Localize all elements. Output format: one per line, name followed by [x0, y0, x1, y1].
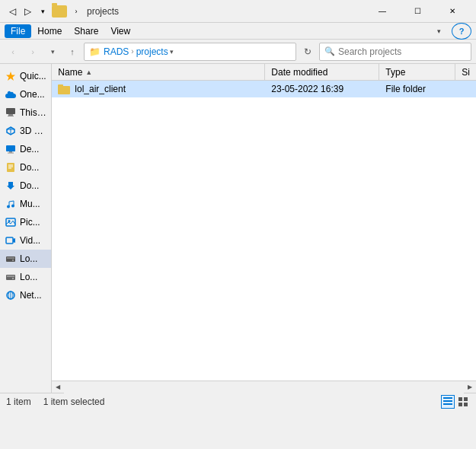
svg-rect-34	[464, 403, 468, 406]
downloads-icon	[5, 180, 17, 192]
svg-point-24	[12, 278, 14, 279]
cloud-icon	[5, 88, 17, 100]
scroll-right-button[interactable]: ▶	[464, 381, 476, 393]
maximize-button[interactable]: ☐	[400, 0, 435, 23]
horizontal-scrollbar[interactable]: ◀ ▶	[52, 381, 476, 393]
sidebar-item-pictures[interactable]: Pic...	[0, 213, 51, 231]
sidebar-item-music[interactable]: Mu...	[0, 195, 51, 213]
file-area: Name ▲ Date modified Type Si	[52, 64, 476, 393]
sidebar-item-quick[interactable]: Quic...	[0, 67, 51, 85]
col-name[interactable]: Name ▲	[52, 64, 265, 80]
star-icon	[5, 70, 17, 82]
sidebar-label-pictures: Pic...	[20, 217, 40, 228]
sidebar-label-local-c: Lo...	[20, 253, 37, 264]
sidebar-item-network[interactable]: Net...	[0, 286, 51, 304]
help-button[interactable]: ?	[452, 23, 471, 40]
sidebar-item-3d[interactable]: 3D O...	[0, 122, 51, 140]
sidebar-item-videos[interactable]: Vid...	[0, 231, 51, 250]
3d-icon	[5, 125, 17, 137]
file-date: 23-05-2022 16:39	[271, 84, 343, 94]
svg-rect-2	[8, 114, 13, 116]
svg-rect-6	[6, 145, 15, 151]
svg-rect-8	[8, 153, 14, 154]
file-type-cell: File folder	[379, 84, 455, 94]
videos-icon	[5, 234, 17, 247]
sidebar-label-network: Net...	[20, 290, 42, 301]
file-date-cell: 23-05-2022 16:39	[265, 84, 379, 94]
breadcrumb-dropdown[interactable]: ▾	[170, 48, 174, 56]
file-name-cell: lol_air_client	[52, 84, 265, 94]
sidebar-label-downloads: Do...	[20, 180, 39, 191]
sidebar-item-local-d[interactable]: Lo...	[0, 268, 51, 286]
svg-marker-18	[13, 238, 15, 243]
sidebar-label-music: Mu...	[20, 199, 40, 209]
main-area: Quic... One... This ... 3D O... De...	[0, 64, 476, 393]
col-type-label: Type	[385, 67, 405, 78]
svg-rect-7	[9, 151, 12, 153]
close-button[interactable]: ✕	[435, 0, 470, 23]
svg-rect-31	[458, 397, 462, 401]
sidebar-label-3d: 3D O...	[20, 126, 46, 136]
menu-bar: File Home Share View ▾ ?	[0, 23, 476, 40]
search-bar[interactable]: 🔍	[319, 43, 471, 61]
svg-rect-29	[443, 400, 452, 402]
svg-rect-23	[7, 275, 14, 277]
col-size[interactable]: Si	[455, 64, 476, 80]
file-type: File folder	[385, 84, 426, 94]
folder-right-arrow: ›	[70, 5, 82, 18]
pictures-icon	[5, 216, 17, 228]
refresh-button[interactable]: ↻	[299, 43, 316, 60]
file-header: Name ▲ Date modified Type Si	[52, 64, 476, 81]
status-text: 1 item 1 item selected	[6, 396, 104, 407]
menu-share[interactable]: Share	[68, 24, 104, 38]
up-button[interactable]: ↑	[64, 43, 81, 60]
large-icons-view-button[interactable]	[456, 395, 470, 409]
sidebar-label-thispc: This ...	[20, 107, 46, 118]
sidebar-item-thispc[interactable]: This ...	[0, 103, 51, 122]
menu-view[interactable]: View	[104, 24, 136, 38]
back-button[interactable]: ‹	[5, 43, 21, 60]
drive-icon	[5, 253, 17, 265]
menu-home[interactable]: Home	[31, 24, 68, 38]
breadcrumb-projects[interactable]: projects	[136, 46, 168, 57]
minimize-button[interactable]: —	[365, 0, 400, 23]
menu-file[interactable]: File	[5, 24, 31, 38]
col-type[interactable]: Type	[379, 64, 455, 80]
forward-button[interactable]: ›	[24, 43, 41, 60]
folder-icon	[58, 84, 70, 94]
folder-icon	[52, 5, 67, 18]
sort-arrow: ▲	[85, 68, 92, 76]
svg-point-14	[11, 205, 14, 208]
title-bar: ◁ ▷ ▾ › projects — ☐ ✕	[0, 0, 476, 23]
scroll-track[interactable]	[64, 381, 464, 393]
table-row[interactable]: lol_air_client 23-05-2022 16:39 File fol…	[52, 81, 476, 97]
network-icon	[5, 289, 17, 301]
col-date[interactable]: Date modified	[265, 64, 379, 80]
svg-rect-28	[443, 397, 452, 399]
breadcrumb-bar[interactable]: 📁 RADS › projects ▾	[84, 43, 296, 61]
breadcrumb-rads[interactable]: RADS	[104, 46, 129, 57]
search-input[interactable]	[338, 46, 466, 57]
svg-rect-30	[443, 403, 452, 405]
sidebar-label-videos: Vid...	[20, 235, 40, 246]
scroll-left-button[interactable]: ◀	[52, 381, 64, 393]
drive2-icon	[5, 271, 17, 283]
sidebar-item-downloads[interactable]: Do...	[0, 177, 51, 195]
svg-point-21	[12, 260, 14, 261]
sidebar-item-desktop[interactable]: De...	[0, 140, 51, 158]
sidebar-item-local-c[interactable]: Lo...	[0, 250, 51, 268]
sidebar-item-documents[interactable]: Do...	[0, 158, 51, 177]
svg-marker-0	[6, 72, 15, 81]
svg-point-13	[7, 205, 10, 209]
item-selected: 1 item selected	[43, 396, 105, 407]
col-size-label: Si	[462, 67, 470, 78]
expand-ribbon-btn[interactable]: ▾	[429, 23, 449, 40]
view-buttons	[441, 395, 470, 409]
file-name: lol_air_client	[75, 84, 126, 94]
recent-icon: ▾	[37, 5, 49, 18]
music-icon	[5, 198, 17, 210]
recent-locations-button[interactable]: ▾	[44, 43, 61, 60]
desktop-icon	[5, 143, 17, 155]
details-view-button[interactable]	[441, 395, 455, 409]
sidebar-item-onedrive[interactable]: One...	[0, 85, 51, 103]
